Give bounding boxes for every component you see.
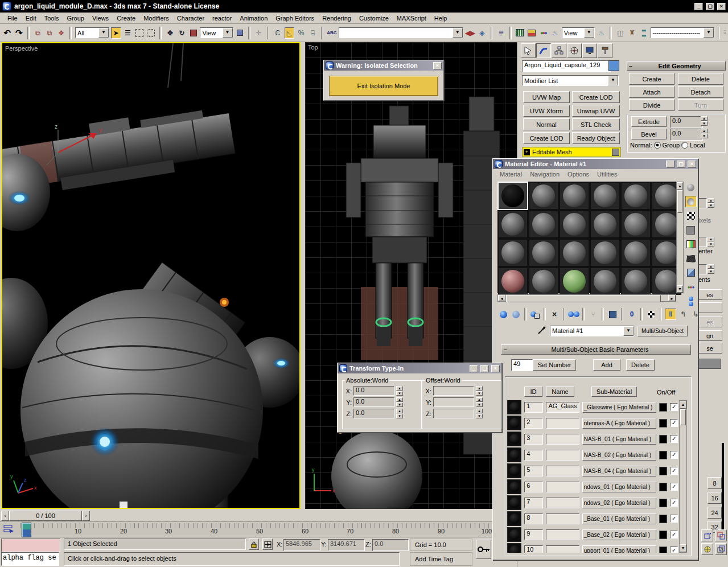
transform-maximize-button[interactable]: ▢	[480, 365, 489, 372]
row-id-field[interactable]: 9	[524, 529, 543, 540]
row-onoff-checkbox[interactable]: ✓	[670, 467, 678, 475]
unwrap-uvw-button[interactable]: Unwrap UVW	[572, 105, 620, 117]
chevron-down-icon[interactable]: ▼	[704, 28, 714, 38]
row-name-field[interactable]	[546, 434, 579, 445]
column-header-name[interactable]: Name	[546, 387, 574, 397]
zoom-extents-button[interactable]	[701, 529, 713, 541]
row-preview-swatch[interactable]	[507, 527, 521, 542]
set-key-button[interactable]	[476, 540, 491, 559]
sample-vscrollbar[interactable]: ▲ ▼	[676, 182, 684, 293]
modifier-stack-item[interactable]: + Editable Mesh	[522, 147, 621, 157]
expand-icon[interactable]: +	[524, 149, 530, 155]
row-color-swatch[interactable]	[659, 515, 668, 523]
menu-create[interactable]: Create	[113, 14, 139, 23]
create-button[interactable]: Create	[629, 73, 674, 85]
material-sample[interactable]	[621, 268, 651, 295]
row-sub-material-button[interactable]: _Base_01 ( Ego Material )	[582, 513, 656, 524]
row-id-field[interactable]: 5	[524, 466, 543, 476]
bind-to-space-warp-icon[interactable]: ❖	[56, 27, 67, 39]
row-onoff-checkbox[interactable]: ✓	[670, 451, 678, 459]
row-sub-material-button[interactable]: _Glasswire ( Ego Material )	[582, 402, 656, 413]
exit-isolation-button[interactable]: Exit Isolation Mode	[329, 76, 438, 96]
transform-minimize-button[interactable]: _	[470, 365, 478, 372]
bevel-button[interactable]: Bevel	[631, 129, 667, 139]
reset-map-icon[interactable]: ×	[549, 309, 560, 320]
unlink-selection-icon[interactable]: ⧉	[44, 27, 55, 39]
add-button[interactable]: Add	[593, 359, 620, 371]
row-id-field[interactable]: 8	[524, 513, 543, 524]
window-crossing-icon[interactable]	[146, 27, 157, 39]
transform-close-button[interactable]: ×	[491, 365, 500, 372]
material-sample[interactable]	[498, 239, 528, 266]
maxscript-mini-listener-top[interactable]	[1, 539, 60, 552]
me-menu-navigation[interactable]: Navigation	[527, 171, 563, 178]
material-editor-titlebar[interactable]: Material Editor - Material #1 _ ▢ ×	[493, 159, 698, 169]
assign-material-to-selection-icon[interactable]	[529, 309, 541, 320]
menu-edit[interactable]: Edit	[22, 14, 40, 23]
smoothing-group-8[interactable]: 8	[708, 477, 722, 489]
row-preview-swatch[interactable]	[507, 463, 521, 478]
me-close-button[interactable]: ×	[688, 161, 696, 168]
bevel-spinner[interactable]: ▲▼	[701, 129, 708, 139]
schematic-view-icon[interactable]	[527, 27, 537, 39]
render-shortcut-dots-icon[interactable]: ●●●●	[639, 27, 649, 39]
row-sub-material-button[interactable]: NAS-B_01 ( Ego Material )	[582, 434, 656, 445]
set-count-field[interactable]: 49	[511, 359, 533, 371]
next-frame-button[interactable]: ›	[82, 511, 90, 521]
material-sample[interactable]	[590, 268, 620, 295]
row-color-swatch[interactable]	[659, 547, 668, 553]
make-material-copy-icon[interactable]	[568, 309, 579, 320]
bevel-value-field[interactable]: 0.0	[670, 129, 703, 141]
row-onoff-checkbox[interactable]: ✓	[670, 483, 678, 491]
row-color-swatch[interactable]	[659, 435, 668, 443]
menu-tools[interactable]: Tools	[40, 14, 63, 23]
row-id-field[interactable]: 4	[524, 450, 543, 461]
menu-customize[interactable]: Customize	[355, 14, 393, 23]
material-sample-green[interactable]	[560, 268, 589, 295]
material-sample[interactable]	[529, 268, 558, 295]
material-sample[interactable]	[529, 239, 558, 266]
minimize-button[interactable]: _	[694, 3, 703, 10]
select-and-link-icon[interactable]: ⧉	[33, 27, 43, 39]
cut-button-5[interactable]: se	[697, 343, 722, 354]
row-onoff-checkbox[interactable]: ✓	[670, 435, 678, 443]
material-sample[interactable]	[621, 239, 651, 266]
transform-dialog-titlebar[interactable]: Transform Type-In _ ▢ ×	[338, 363, 501, 373]
row-color-swatch[interactable]	[659, 483, 668, 491]
video-color-check-icon[interactable]	[685, 239, 697, 250]
mini-curve-editor-icon[interactable]	[3, 524, 15, 535]
menu-modifiers[interactable]: Modifiers	[139, 14, 173, 23]
material-editor-options-icon[interactable]	[685, 267, 697, 278]
off-x-spinner[interactable]: ▲▼	[476, 386, 483, 396]
select-by-name-icon[interactable]: ☰	[123, 27, 133, 39]
show-end-result-icon[interactable]: ‖	[665, 309, 676, 320]
row-name-field[interactable]	[546, 545, 579, 553]
row-sub-material-button[interactable]: ndows_01 ( Ego Material )	[582, 482, 656, 492]
viewport-top[interactable]: Top	[305, 42, 517, 509]
row-onoff-checkbox[interactable]: ✓	[670, 515, 678, 523]
cut-field[interactable]	[697, 198, 707, 208]
scroll-down-icon[interactable]: ▼	[680, 544, 686, 552]
row-sub-material-button[interactable]: NAS-B_02 ( Ego Material )	[582, 450, 656, 461]
material-sample[interactable]	[529, 182, 558, 209]
sample-type-sphere-icon[interactable]	[685, 182, 697, 193]
menu-views[interactable]: Views	[88, 14, 113, 23]
row-color-swatch[interactable]	[659, 531, 668, 539]
pick-material-from-object-icon[interactable]	[537, 326, 546, 336]
uvw-map-button[interactable]: UVW Map	[523, 91, 570, 103]
modifier-list-dropdown[interactable]: Modifier List ▼	[522, 75, 619, 86]
selection-filter-dropdown[interactable]: All▼	[75, 27, 109, 38]
delete-button[interactable]: Delete	[678, 73, 723, 85]
show-map-in-viewport-icon[interactable]	[645, 309, 657, 320]
select-object-icon[interactable]: ➤	[111, 27, 121, 39]
menu-rendering[interactable]: Rendering	[318, 14, 355, 23]
menu-graph-editors[interactable]: Graph Editors	[272, 14, 318, 23]
menu-group[interactable]: Group	[63, 14, 88, 23]
close-button[interactable]: ×	[717, 3, 726, 10]
row-name-field[interactable]	[546, 529, 579, 540]
put-material-to-scene-icon[interactable]	[510, 309, 521, 320]
off-z-spinner[interactable]: ▲▼	[476, 409, 483, 418]
material-sample[interactable]	[590, 211, 620, 238]
viewport-label-perspective[interactable]: Perspective	[5, 45, 38, 52]
material-sample[interactable]	[621, 182, 651, 209]
